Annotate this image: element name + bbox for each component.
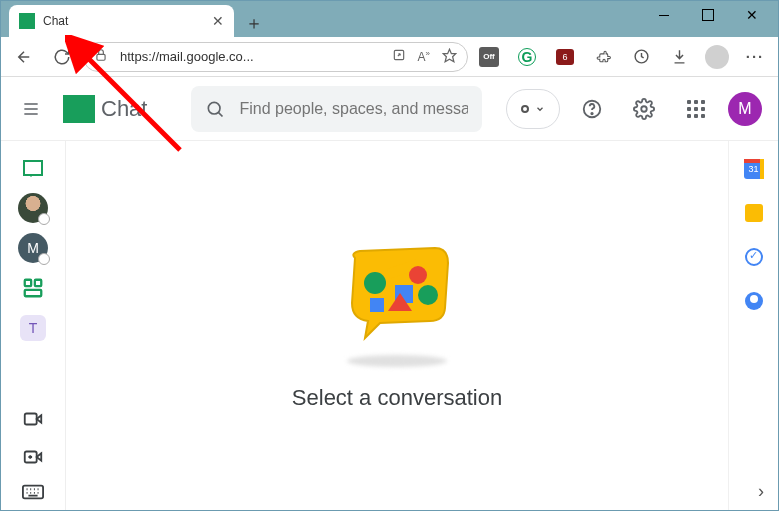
downloads-button[interactable] bbox=[662, 40, 696, 74]
lock-icon bbox=[94, 48, 108, 65]
rail-keyboard-button[interactable] bbox=[22, 484, 44, 504]
video-plus-icon bbox=[22, 446, 44, 468]
url-text: https://mail.google.co... bbox=[120, 49, 380, 64]
window-controls: ✕ bbox=[642, 1, 774, 29]
read-aloud-icon[interactable]: A» bbox=[418, 49, 430, 64]
search-input[interactable] bbox=[239, 100, 468, 118]
window-maximize-button[interactable] bbox=[686, 1, 730, 29]
rail-dm-user-2[interactable]: M bbox=[7, 231, 59, 265]
favorite-icon[interactable] bbox=[442, 48, 457, 66]
svg-point-16 bbox=[409, 266, 427, 284]
new-tab-button[interactable]: ＋ bbox=[240, 9, 268, 37]
google-apps-button[interactable] bbox=[676, 89, 716, 129]
svg-rect-19 bbox=[370, 298, 384, 312]
rail-spaces-tab[interactable] bbox=[7, 271, 59, 305]
search-icon bbox=[205, 99, 225, 119]
app-header: Chat M bbox=[1, 77, 778, 141]
extension-grammarly[interactable]: G bbox=[510, 40, 544, 74]
back-button[interactable] bbox=[7, 40, 41, 74]
browser-tab[interactable]: Chat ✕ bbox=[9, 5, 234, 37]
tasks-icon bbox=[745, 248, 763, 266]
search-bar[interactable] bbox=[191, 86, 482, 132]
extension-ublock[interactable]: 6 bbox=[548, 40, 582, 74]
browser-title-bar: Chat ✕ ＋ ✕ bbox=[1, 1, 778, 37]
extension-off[interactable]: Off bbox=[472, 40, 506, 74]
contacts-panel-button[interactable] bbox=[744, 291, 764, 311]
tab-close-icon[interactable]: ✕ bbox=[212, 13, 224, 29]
user-avatar-letter-icon: M bbox=[18, 233, 48, 263]
keyboard-icon bbox=[22, 484, 44, 500]
status-indicator-icon bbox=[521, 105, 529, 113]
svg-rect-11 bbox=[25, 414, 37, 425]
keep-icon bbox=[745, 204, 763, 222]
tasks-panel-button[interactable] bbox=[744, 247, 764, 267]
rail-dm-user-1[interactable] bbox=[7, 191, 59, 225]
svg-point-4 bbox=[209, 102, 221, 114]
chevron-down-icon bbox=[535, 104, 545, 114]
keep-panel-button[interactable] bbox=[744, 203, 764, 223]
tab-title: Chat bbox=[43, 14, 68, 28]
chat-logo[interactable]: Chat bbox=[63, 95, 147, 123]
svg-point-7 bbox=[641, 106, 647, 112]
left-navigation-rail: M T bbox=[1, 141, 66, 511]
apps-grid-icon bbox=[687, 100, 705, 118]
user-avatar-icon bbox=[18, 193, 48, 223]
rail-new-meeting-button[interactable] bbox=[22, 446, 44, 472]
settings-button[interactable] bbox=[624, 89, 664, 129]
empty-state-illustration bbox=[337, 243, 457, 367]
svg-point-18 bbox=[418, 285, 438, 305]
video-icon bbox=[22, 408, 44, 430]
rail-chat-tab[interactable] bbox=[7, 151, 59, 185]
svg-rect-9 bbox=[35, 280, 41, 286]
window-close-button[interactable]: ✕ bbox=[730, 1, 774, 29]
svg-marker-2 bbox=[443, 49, 456, 62]
chat-favicon bbox=[19, 13, 35, 29]
main-menu-button[interactable] bbox=[11, 99, 51, 119]
svg-rect-0 bbox=[97, 54, 105, 60]
rail-meet-button[interactable] bbox=[22, 408, 44, 434]
calendar-icon: 31 bbox=[744, 159, 764, 179]
spaces-icon bbox=[22, 277, 44, 299]
app-name: Chat bbox=[101, 96, 147, 122]
side-panel-toggle[interactable]: › bbox=[758, 481, 764, 502]
contacts-icon bbox=[745, 292, 763, 310]
refresh-button[interactable] bbox=[45, 40, 79, 74]
status-selector[interactable] bbox=[506, 89, 560, 129]
history-button[interactable] bbox=[624, 40, 658, 74]
empty-state-text: Select a conversation bbox=[292, 385, 502, 411]
svg-rect-8 bbox=[25, 280, 31, 286]
browser-profile-button[interactable] bbox=[700, 40, 734, 74]
browser-toolbar: https://mail.google.co... A» Off G 6 ··· bbox=[1, 37, 778, 77]
account-avatar[interactable]: M bbox=[728, 92, 762, 126]
svg-point-6 bbox=[591, 112, 592, 113]
rail-space-item[interactable]: T bbox=[7, 311, 59, 345]
main-content-area: Select a conversation bbox=[66, 141, 728, 511]
calendar-panel-button[interactable]: 31 bbox=[744, 159, 764, 179]
window-minimize-button[interactable] bbox=[642, 1, 686, 29]
help-button[interactable] bbox=[572, 89, 612, 129]
chat-outline-icon bbox=[23, 160, 43, 176]
svg-rect-10 bbox=[25, 290, 42, 296]
right-side-panel: 31 › bbox=[728, 141, 778, 511]
extensions-button[interactable] bbox=[586, 40, 620, 74]
svg-point-14 bbox=[364, 272, 386, 294]
space-avatar-icon: T bbox=[20, 315, 46, 341]
profile-avatar-icon bbox=[705, 45, 729, 69]
address-bar[interactable]: https://mail.google.co... A» bbox=[83, 42, 468, 72]
chat-logo-icon bbox=[63, 95, 95, 123]
browser-menu-button[interactable]: ··· bbox=[738, 40, 772, 74]
open-external-icon[interactable] bbox=[392, 48, 406, 65]
